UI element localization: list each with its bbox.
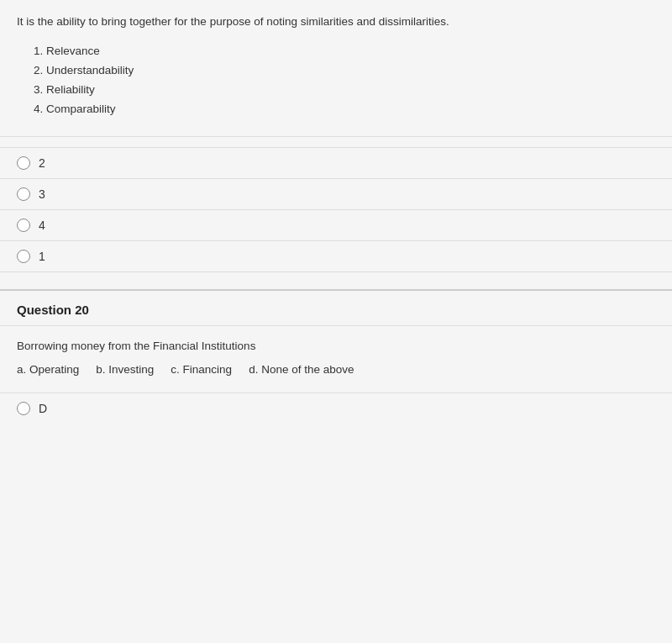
question-19-text: It is the ability to bring together for … xyxy=(17,13,655,30)
option-item: 1. Relevance xyxy=(34,42,655,61)
option-item: 2. Understandability xyxy=(34,61,655,81)
option-item: 3. Reliability xyxy=(34,81,655,100)
option-item: 4. Comparability xyxy=(34,100,655,119)
radio-circle xyxy=(17,187,30,201)
answer-choices: a. Operating b. Investing c. Financing d… xyxy=(17,363,655,376)
radio-circle xyxy=(17,250,30,263)
choice-b[interactable]: b. Investing xyxy=(96,363,154,376)
choice-d[interactable]: d. None of the above xyxy=(249,363,354,376)
choice-a[interactable]: a. Operating xyxy=(17,363,79,376)
radio-label: 1 xyxy=(39,250,45,263)
radio-circle xyxy=(17,156,30,170)
options-list: 1. Relevance 2. Understandability 3. Rel… xyxy=(34,42,655,119)
question-20-header: Question 20 xyxy=(17,303,655,317)
radio-options-19: 2 3 4 1 xyxy=(0,147,672,272)
question-20-text: Borrowing money from the Financial Insti… xyxy=(17,338,655,355)
radio-label: 2 xyxy=(39,156,45,170)
question-19-section: It is the ability to bring together for … xyxy=(0,0,672,137)
radio-label-d: D xyxy=(39,402,47,415)
radio-option-4[interactable]: 4 xyxy=(0,209,672,240)
question-20-section: Borrowing money from the Financial Insti… xyxy=(0,326,672,393)
choice-c[interactable]: c. Financing xyxy=(171,363,232,376)
radio-circle xyxy=(17,219,30,232)
radio-option-3[interactable]: 3 xyxy=(0,178,672,209)
radio-label: 4 xyxy=(39,219,45,232)
question-20-header-section: Question 20 xyxy=(0,289,672,326)
spacer xyxy=(0,272,672,289)
radio-option-1[interactable]: 1 xyxy=(0,240,672,272)
radio-label: 3 xyxy=(39,187,45,201)
radio-circle-d xyxy=(17,402,30,415)
radio-option-d[interactable]: D xyxy=(0,393,672,424)
radio-option-2[interactable]: 2 xyxy=(0,147,672,178)
